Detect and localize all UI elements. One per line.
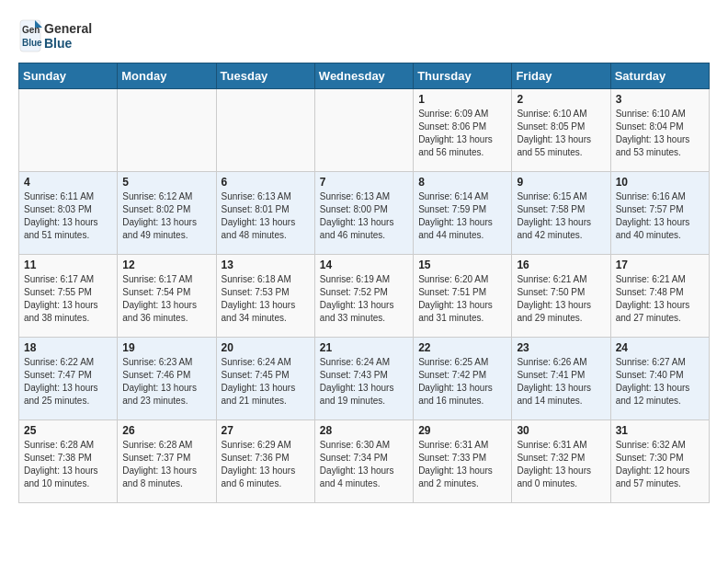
calendar-cell: 2Sunrise: 6:10 AM Sunset: 8:05 PM Daylig…	[512, 89, 610, 172]
calendar-week-5: 25Sunrise: 6:28 AM Sunset: 7:38 PM Dayli…	[19, 420, 710, 503]
logo: General Blue Gen Blue	[18, 18, 119, 53]
day-info: Sunrise: 6:30 AM Sunset: 7:34 PM Dayligh…	[320, 439, 408, 490]
day-info: Sunrise: 6:27 AM Sunset: 7:40 PM Dayligh…	[616, 356, 704, 408]
day-info: Sunrise: 6:26 AM Sunset: 7:41 PM Dayligh…	[517, 356, 605, 408]
day-info: Sunrise: 6:28 AM Sunset: 7:37 PM Dayligh…	[122, 439, 210, 490]
day-number: 7	[320, 176, 408, 189]
weekday-header-row: SundayMondayTuesdayWednesdayThursdayFrid…	[19, 63, 710, 89]
day-number: 1	[418, 93, 506, 106]
day-info: Sunrise: 6:22 AM Sunset: 7:47 PM Dayligh…	[24, 356, 112, 408]
day-info: Sunrise: 6:31 AM Sunset: 7:32 PM Dayligh…	[517, 439, 605, 490]
day-number: 23	[517, 341, 605, 354]
calendar-cell: 16Sunrise: 6:21 AM Sunset: 7:50 PM Dayli…	[512, 255, 610, 338]
calendar-week-4: 18Sunrise: 6:22 AM Sunset: 7:47 PM Dayli…	[19, 338, 710, 420]
calendar-week-3: 11Sunrise: 6:17 AM Sunset: 7:55 PM Dayli…	[19, 255, 710, 338]
day-info: Sunrise: 6:17 AM Sunset: 7:54 PM Dayligh…	[122, 273, 210, 325]
weekday-header-wednesday: Wednesday	[314, 63, 413, 89]
day-info: Sunrise: 6:11 AM Sunset: 8:03 PM Dayligh…	[24, 190, 112, 242]
day-number: 4	[24, 176, 112, 189]
page-header: General Blue Gen Blue	[18, 18, 710, 53]
weekday-header-sunday: Sunday	[19, 63, 118, 89]
day-number: 28	[320, 424, 408, 437]
calendar-cell: 14Sunrise: 6:19 AM Sunset: 7:52 PM Dayli…	[314, 255, 413, 338]
day-info: Sunrise: 6:14 AM Sunset: 7:59 PM Dayligh…	[418, 190, 506, 242]
day-info: Sunrise: 6:12 AM Sunset: 8:02 PM Dayligh…	[122, 190, 210, 242]
day-number: 22	[418, 341, 506, 354]
calendar-cell: 29Sunrise: 6:31 AM Sunset: 7:33 PM Dayli…	[414, 420, 512, 503]
calendar-cell: 17Sunrise: 6:21 AM Sunset: 7:48 PM Dayli…	[610, 255, 709, 338]
weekday-header-monday: Monday	[118, 63, 216, 89]
calendar-cell: 15Sunrise: 6:20 AM Sunset: 7:51 PM Dayli…	[414, 255, 512, 338]
calendar-cell: 11Sunrise: 6:17 AM Sunset: 7:55 PM Dayli…	[19, 255, 118, 338]
calendar-cell: 26Sunrise: 6:28 AM Sunset: 7:37 PM Dayli…	[118, 420, 216, 503]
day-number: 5	[122, 176, 210, 189]
calendar-cell	[19, 89, 118, 172]
svg-text:General: General	[44, 21, 92, 36]
svg-text:Blue: Blue	[22, 38, 42, 48]
calendar-cell: 8Sunrise: 6:14 AM Sunset: 7:59 PM Daylig…	[414, 172, 512, 255]
day-info: Sunrise: 6:10 AM Sunset: 8:05 PM Dayligh…	[517, 108, 605, 159]
calendar-cell	[118, 89, 216, 172]
calendar-cell: 18Sunrise: 6:22 AM Sunset: 7:47 PM Dayli…	[19, 338, 118, 420]
calendar-cell: 9Sunrise: 6:15 AM Sunset: 7:58 PM Daylig…	[512, 172, 610, 255]
calendar-cell: 5Sunrise: 6:12 AM Sunset: 8:02 PM Daylig…	[118, 172, 216, 255]
day-number: 26	[122, 424, 210, 437]
calendar-cell: 3Sunrise: 6:10 AM Sunset: 8:04 PM Daylig…	[610, 89, 709, 172]
day-number: 31	[616, 424, 704, 437]
calendar-cell	[216, 89, 314, 172]
day-number: 25	[24, 424, 112, 437]
day-number: 18	[24, 341, 112, 354]
day-number: 2	[517, 93, 605, 106]
day-number: 11	[24, 259, 112, 271]
calendar-cell: 23Sunrise: 6:26 AM Sunset: 7:41 PM Dayli…	[512, 338, 610, 420]
day-info: Sunrise: 6:21 AM Sunset: 7:48 PM Dayligh…	[616, 273, 704, 325]
calendar-cell: 30Sunrise: 6:31 AM Sunset: 7:32 PM Dayli…	[512, 420, 610, 503]
day-number: 15	[418, 259, 506, 271]
calendar-cell: 4Sunrise: 6:11 AM Sunset: 8:03 PM Daylig…	[19, 172, 118, 255]
day-info: Sunrise: 6:09 AM Sunset: 8:06 PM Dayligh…	[418, 108, 506, 159]
calendar-cell: 28Sunrise: 6:30 AM Sunset: 7:34 PM Dayli…	[314, 420, 413, 503]
day-info: Sunrise: 6:24 AM Sunset: 7:45 PM Dayligh…	[222, 356, 310, 408]
day-info: Sunrise: 6:13 AM Sunset: 8:00 PM Dayligh…	[320, 190, 408, 242]
day-number: 12	[122, 259, 210, 271]
calendar-cell: 7Sunrise: 6:13 AM Sunset: 8:00 PM Daylig…	[314, 172, 413, 255]
calendar-cell: 12Sunrise: 6:17 AM Sunset: 7:54 PM Dayli…	[118, 255, 216, 338]
calendar-cell: 19Sunrise: 6:23 AM Sunset: 7:46 PM Dayli…	[118, 338, 216, 420]
day-number: 8	[418, 176, 506, 189]
day-number: 30	[517, 424, 605, 437]
weekday-header-friday: Friday	[512, 63, 610, 89]
calendar-cell: 1Sunrise: 6:09 AM Sunset: 8:06 PM Daylig…	[414, 89, 512, 172]
day-number: 3	[616, 93, 704, 106]
day-number: 6	[222, 176, 310, 189]
day-number: 10	[616, 176, 704, 189]
day-info: Sunrise: 6:17 AM Sunset: 7:55 PM Dayligh…	[24, 273, 112, 325]
calendar-week-1: 1Sunrise: 6:09 AM Sunset: 8:06 PM Daylig…	[19, 89, 710, 172]
day-info: Sunrise: 6:10 AM Sunset: 8:04 PM Dayligh…	[616, 108, 704, 159]
calendar-cell	[314, 89, 413, 172]
day-info: Sunrise: 6:25 AM Sunset: 7:42 PM Dayligh…	[418, 356, 506, 408]
day-number: 17	[616, 259, 704, 271]
day-number: 16	[517, 259, 605, 271]
day-number: 20	[222, 341, 310, 354]
day-info: Sunrise: 6:13 AM Sunset: 8:01 PM Dayligh…	[222, 190, 310, 242]
calendar-cell: 31Sunrise: 6:32 AM Sunset: 7:30 PM Dayli…	[610, 420, 709, 503]
calendar-cell: 25Sunrise: 6:28 AM Sunset: 7:38 PM Dayli…	[19, 420, 118, 503]
day-info: Sunrise: 6:15 AM Sunset: 7:58 PM Dayligh…	[517, 190, 605, 242]
calendar-cell: 10Sunrise: 6:16 AM Sunset: 7:57 PM Dayli…	[610, 172, 709, 255]
day-number: 19	[122, 341, 210, 354]
day-info: Sunrise: 6:19 AM Sunset: 7:52 PM Dayligh…	[320, 273, 408, 325]
calendar-cell: 22Sunrise: 6:25 AM Sunset: 7:42 PM Dayli…	[414, 338, 512, 420]
day-number: 14	[320, 259, 408, 271]
day-info: Sunrise: 6:21 AM Sunset: 7:50 PM Dayligh…	[517, 273, 605, 325]
day-info: Sunrise: 6:29 AM Sunset: 7:36 PM Dayligh…	[222, 439, 310, 490]
weekday-header-thursday: Thursday	[414, 63, 512, 89]
calendar-table: SundayMondayTuesdayWednesdayThursdayFrid…	[18, 63, 710, 503]
day-number: 21	[320, 341, 408, 354]
day-info: Sunrise: 6:31 AM Sunset: 7:33 PM Dayligh…	[418, 439, 506, 490]
calendar-cell: 13Sunrise: 6:18 AM Sunset: 7:53 PM Dayli…	[216, 255, 314, 338]
weekday-header-saturday: Saturday	[610, 63, 709, 89]
day-number: 29	[418, 424, 506, 437]
day-number: 27	[222, 424, 310, 437]
calendar-cell: 6Sunrise: 6:13 AM Sunset: 8:01 PM Daylig…	[216, 172, 314, 255]
day-number: 24	[616, 341, 704, 354]
